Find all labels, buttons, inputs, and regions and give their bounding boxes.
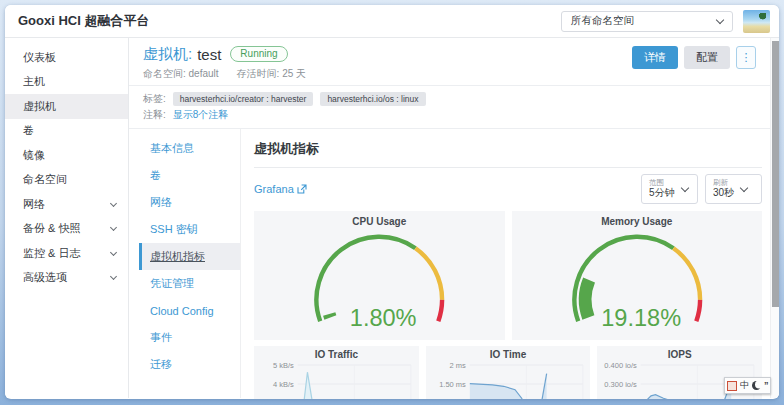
ime-chinese-mode-icon[interactable]: 中	[740, 381, 749, 390]
range-select[interactable]: 范围 5分钟	[641, 174, 698, 204]
user-avatar[interactable]	[743, 10, 770, 33]
config-button[interactable]: 配置	[684, 46, 730, 69]
annotations-row: 注释: 显示8个注释	[143, 107, 756, 122]
refresh-label: 刷新	[713, 178, 734, 187]
detail-nav: 基本信息 卷 网络 SSH 密钥 虚拟机指标 凭证管理 Cloud Config…	[129, 129, 241, 398]
vm-age: 存活时间: 25 天	[237, 67, 306, 81]
metrics-controls: Grafana 范围	[254, 174, 762, 204]
svg-text:1.80%: 1.80%	[350, 305, 417, 331]
status-badge: Running	[230, 46, 287, 62]
tab-migration[interactable]: 迁移	[139, 351, 240, 378]
show-annotations-link[interactable]: 显示8个注释	[173, 108, 229, 122]
svg-text:0.400 io/s: 0.400 io/s	[605, 361, 638, 370]
top-header: Gooxi HCI 超融合平台 所有命名空间	[5, 5, 779, 38]
more-vertical-icon: ⋮	[741, 51, 752, 64]
vertical-scrollbar[interactable]	[770, 38, 779, 398]
svg-text:3 kB/s: 3 kB/s	[273, 399, 294, 400]
namespace-select-value: 所有命名空间	[571, 14, 634, 28]
main-area: 虚拟机: test Running 命名空间: default 存活时间: 25…	[129, 38, 779, 398]
chevron-down-icon	[740, 183, 748, 191]
label-tag: harvesterhci.io/os : linux	[320, 92, 425, 106]
external-link-icon	[297, 184, 307, 194]
cpu-usage-gauge: CPU Usage1.80%	[254, 211, 505, 340]
sidebar-item-dashboard[interactable]: 仪表板	[5, 45, 128, 70]
svg-text:4 kB/s: 4 kB/s	[273, 380, 294, 389]
labels-row: 标签: harvesterhci.io/creator : harvester …	[143, 91, 756, 106]
tab-networks[interactable]: 网络	[139, 189, 240, 216]
detail-section: 基本信息 卷 网络 SSH 密钥 虚拟机指标 凭证管理 Cloud Config…	[129, 129, 770, 398]
memory-usage-gauge: Memory Usage19.18%	[512, 211, 763, 340]
sidebar-item-networks[interactable]: 网络	[5, 192, 128, 217]
labels-title: 标签:	[143, 92, 166, 106]
app-body: 仪表板 主机 虚拟机 卷 镜像 命名空间 网络 备份 & 快照 监控 & 日志 …	[5, 38, 779, 398]
sidebar-item-virtual-machines[interactable]: 虚拟机	[5, 94, 128, 119]
io-traffic-chart: IO Traffic5 kB/s4 kB/s3 kB/s	[254, 346, 419, 399]
ime-fullwidth-moon-icon[interactable]	[752, 381, 761, 390]
window-frame: Gooxi HCI 超融合平台 所有命名空间 仪表板 主机 虚拟机 卷 镜像 命…	[0, 0, 784, 405]
metrics-panel: 虚拟机指标 Grafana	[241, 129, 770, 398]
sidebar-item-namespaces[interactable]: 命名空间	[5, 168, 128, 193]
chevron-down-icon	[110, 200, 117, 207]
tab-events[interactable]: 事件	[139, 324, 240, 351]
refresh-value: 30秒	[713, 187, 734, 200]
label-tag: harvesterhci.io/creator : harvester	[173, 92, 314, 106]
details-button[interactable]: 详情	[632, 46, 678, 69]
header-buttons: 详情 配置 ⋮	[632, 44, 756, 81]
chevron-down-icon	[110, 249, 117, 256]
svg-text:5 kB/s: 5 kB/s	[273, 361, 294, 370]
io-time-chart: IO Time2 ms1.50 ms1 ms	[426, 346, 591, 399]
vm-namespace: 命名空间: default	[143, 67, 219, 81]
metadata-section: 标签: harvesterhci.io/creator : harvester …	[129, 86, 770, 128]
sidebar: 仪表板 主机 虚拟机 卷 镜像 命名空间 网络 备份 & 快照 监控 & 日志 …	[5, 38, 129, 398]
chevron-down-icon	[680, 183, 688, 191]
svg-text:1 ms: 1 ms	[449, 399, 466, 400]
sidebar-item-monitoring-logs[interactable]: 监控 & 日志	[5, 241, 128, 266]
app-title: Gooxi HCI 超融合平台	[18, 12, 149, 30]
vm-title-row: 虚拟机: test Running	[143, 44, 306, 64]
annotations-title: 注释:	[143, 108, 166, 122]
namespace-select[interactable]: 所有命名空间	[561, 11, 733, 32]
chevron-down-icon	[110, 224, 117, 231]
svg-text:0.200 io/s: 0.200 io/s	[605, 399, 638, 400]
app-window: Gooxi HCI 超融合平台 所有命名空间 仪表板 主机 虚拟机 卷 镜像 命…	[5, 5, 779, 399]
vm-name: test	[197, 46, 221, 63]
sidebar-item-backup-snapshot[interactable]: 备份 & 快照	[5, 217, 128, 242]
vm-subheader: 命名空间: default 存活时间: 25 天	[143, 67, 306, 81]
sidebar-item-images[interactable]: 镜像	[5, 143, 128, 168]
tab-credentials[interactable]: 凭证管理	[139, 270, 240, 297]
charts-area: CPU Usage1.80% Memory Usage19.18% IO Tra…	[254, 211, 762, 399]
tab-cloud-config[interactable]: Cloud Config	[139, 297, 240, 324]
svg-text:1.50 ms: 1.50 ms	[439, 380, 466, 389]
scrollbar-thumb[interactable]	[772, 41, 779, 307]
vm-header: 虚拟机: test Running 命名空间: default 存活时间: 25…	[129, 38, 770, 85]
tab-ssh-keys[interactable]: SSH 密钥	[139, 216, 240, 243]
svg-text:19.18%: 19.18%	[601, 305, 681, 331]
chevron-down-icon	[716, 15, 724, 23]
tab-basic-info[interactable]: 基本信息	[139, 135, 240, 162]
main-content: 虚拟机: test Running 命名空间: default 存活时间: 25…	[129, 38, 770, 398]
chevron-down-icon	[110, 273, 117, 280]
more-actions-button[interactable]: ⋮	[736, 46, 756, 69]
range-value: 5分钟	[649, 187, 675, 200]
sidebar-item-advanced[interactable]: 高级选项	[5, 266, 128, 291]
grafana-link[interactable]: Grafana	[254, 183, 307, 195]
svg-text:0.300 io/s: 0.300 io/s	[605, 380, 638, 389]
resource-type-link[interactable]: 虚拟机:	[143, 45, 192, 64]
sidebar-item-hosts[interactable]: 主机	[5, 70, 128, 95]
range-label: 范围	[649, 178, 675, 187]
tab-vm-metrics[interactable]: 虚拟机指标	[139, 243, 240, 270]
sidebar-item-volumes[interactable]: 卷	[5, 119, 128, 144]
svg-text:2 ms: 2 ms	[449, 361, 466, 370]
metrics-title: 虚拟机指标	[254, 129, 762, 168]
ime-punctuation-icon[interactable]: ”	[764, 381, 769, 390]
refresh-select[interactable]: 刷新 30秒	[705, 174, 762, 204]
ime-logo-icon[interactable]	[727, 381, 737, 391]
tab-volumes[interactable]: 卷	[139, 162, 240, 189]
ime-toolbar: 中 ”	[724, 377, 771, 394]
